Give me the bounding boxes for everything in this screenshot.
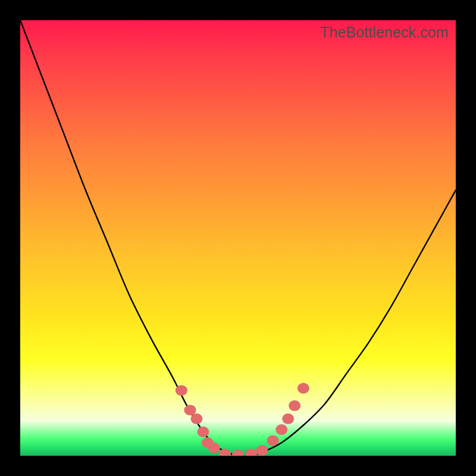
plot-area: TheBottleneck.com (20, 20, 456, 456)
curve-marker (245, 449, 257, 456)
curve-marker (298, 383, 309, 394)
chart-frame: TheBottleneck.com (0, 0, 476, 476)
curve-marker (282, 414, 294, 424)
curve-marker (256, 445, 268, 456)
curve-marker (267, 435, 279, 446)
curve-marker (232, 450, 244, 456)
marker-group (176, 383, 309, 456)
curve-marker (190, 414, 202, 424)
curve-marker (275, 424, 287, 435)
curve-marker (289, 400, 300, 411)
bottleneck-curve-path (20, 20, 456, 456)
curve-marker (176, 385, 187, 396)
bottleneck-curve-svg (20, 20, 456, 456)
curve-marker (197, 427, 209, 437)
curve-marker (184, 405, 196, 415)
curve-marker (208, 443, 220, 453)
